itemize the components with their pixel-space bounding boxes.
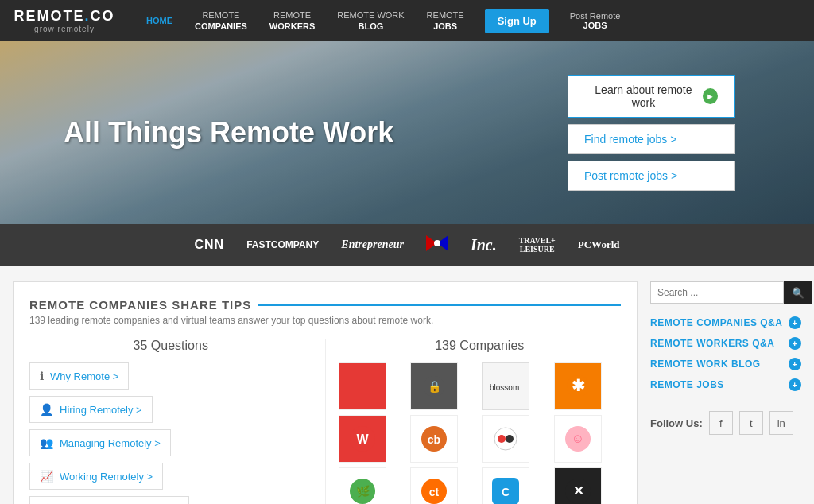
- svg-point-14: [498, 435, 506, 443]
- nav-item-blog[interactable]: Remote Work BLOG: [326, 10, 415, 33]
- sidebar-link-jobs[interactable]: REMOTE JOBS +: [650, 378, 801, 391]
- logo-text: REMOTE.CO: [14, 8, 114, 25]
- question-hiring-remotely[interactable]: 👤 Hiring Remotely >: [29, 396, 153, 423]
- nav-links: HOME Remote COMPANIES Remote WORKERS Rem…: [135, 9, 801, 33]
- company-logo-12[interactable]: ✕: [554, 467, 602, 504]
- right-sidebar: 🔍 REMOTE COMPANIES Q&A + REMOTE WORKERS …: [650, 281, 801, 504]
- follow-label: Follow Us:: [650, 417, 703, 429]
- companies-column: 139 Companies 🔒 blossom: [339, 339, 622, 504]
- company-logo-3[interactable]: blossom: [482, 362, 529, 410]
- left-panel: REMOTE COMPANIES SHARE TIPS 139 leading …: [13, 281, 638, 504]
- nav-item-post-jobs[interactable]: Post Remote JOBS: [559, 11, 632, 30]
- press-cnn: CNN: [195, 238, 225, 252]
- nav-item-jobs[interactable]: Remote JOBS: [416, 10, 475, 33]
- press-travel: TRAVEL+LEISURE: [519, 236, 556, 254]
- post-jobs-button[interactable]: Post remote jobs >: [568, 161, 735, 191]
- sidebar-link-companies-qa[interactable]: REMOTE COMPANIES Q&A +: [650, 316, 801, 329]
- company-logo-2[interactable]: 🔒: [410, 362, 458, 410]
- press-inc: Inc.: [471, 236, 497, 254]
- questions-header: 35 Questions: [29, 339, 312, 353]
- company-logo-6[interactable]: cb: [410, 415, 458, 463]
- company-logo-9[interactable]: 🌿: [339, 467, 386, 504]
- plus-icon: +: [789, 378, 801, 391]
- search-input[interactable]: [650, 281, 784, 304]
- company-logo-5[interactable]: W: [339, 415, 386, 463]
- find-jobs-button[interactable]: Find remote jobs >: [568, 124, 735, 154]
- people-icon: 👥: [40, 436, 53, 449]
- company-logo-7[interactable]: [482, 415, 529, 463]
- company-logo-8[interactable]: ☺: [554, 415, 602, 463]
- linkedin-button[interactable]: in: [769, 411, 793, 435]
- question-why-remote[interactable]: ℹ Why Remote >: [29, 362, 129, 390]
- sidebar-divider: [650, 401, 801, 401]
- nav-item-companies[interactable]: Remote COMPANIES: [184, 10, 258, 33]
- svg-text:✱: ✱: [571, 377, 584, 394]
- logo-tagline: grow remotely: [34, 25, 95, 33]
- company-logo-1[interactable]: [339, 362, 386, 410]
- navbar: REMOTE.CO grow remotely HOME Remote COMP…: [0, 0, 814, 41]
- info-icon: ℹ: [40, 370, 44, 382]
- company-logo-11[interactable]: C: [482, 467, 529, 504]
- facebook-button[interactable]: f: [709, 411, 733, 435]
- questions-column: 35 Questions ℹ Why Remote > 👤 Hiring Rem…: [29, 339, 326, 504]
- question-working-remotely[interactable]: 📈 Working Remotely >: [29, 463, 163, 490]
- search-button[interactable]: 🔍: [784, 281, 812, 304]
- question-managing-remotely[interactable]: 👥 Managing Remotely >: [29, 429, 171, 456]
- nav-item-workers[interactable]: Remote WORKERS: [258, 10, 326, 33]
- hero-section: All Things Remote Work Learn about remot…: [0, 41, 814, 224]
- press-entrepreneur: Entrepreneur: [341, 238, 404, 251]
- hero-buttons: Learn about remote work ► Find remote jo…: [568, 75, 735, 191]
- sidebar-link-workers-qa[interactable]: REMOTE WORKERS Q&A +: [650, 337, 801, 350]
- company-logos-grid: 🔒 blossom ✱: [339, 362, 622, 504]
- svg-rect-3: [351, 374, 374, 398]
- title-line: [258, 304, 621, 306]
- press-bar: CNN FASTCOMPANY Entrepreneur Inc. TRAVEL…: [0, 224, 814, 266]
- svg-text:✕: ✕: [572, 484, 583, 498]
- nav-item-home[interactable]: HOME: [135, 15, 184, 26]
- svg-text:🔒: 🔒: [427, 380, 441, 394]
- person-icon: 👤: [40, 403, 53, 416]
- two-col-layout: 35 Questions ℹ Why Remote > 👤 Hiring Rem…: [29, 339, 621, 504]
- plus-icon: +: [789, 316, 801, 329]
- question-worker-insights[interactable]: 👍 Remote Worker Insights >: [29, 496, 189, 504]
- green-arrow-icon: ►: [703, 88, 718, 104]
- press-fastcompany: FASTCOMPANY: [246, 239, 319, 250]
- follow-row: Follow Us: f t in: [650, 411, 801, 435]
- svg-point-15: [506, 435, 514, 443]
- svg-text:ct: ct: [429, 486, 440, 498]
- svg-text:C: C: [502, 486, 510, 498]
- chart-icon: 📈: [40, 470, 53, 483]
- press-nbc: [426, 235, 448, 254]
- logo-area[interactable]: REMOTE.CO grow remotely: [13, 8, 116, 33]
- companies-header: 139 Companies: [339, 339, 622, 353]
- company-logo-10[interactable]: ct: [410, 467, 458, 504]
- svg-text:🌿: 🌿: [355, 485, 370, 498]
- svg-text:☺: ☺: [571, 432, 583, 445]
- hero-title: All Things Remote Work: [64, 116, 393, 149]
- plus-icon: +: [789, 358, 801, 370]
- svg-text:cb: cb: [428, 433, 440, 446]
- search-bar: 🔍: [650, 281, 801, 304]
- svg-text:W: W: [356, 432, 369, 446]
- section-subtitle: 139 leading remote companies and virtual…: [29, 315, 621, 326]
- svg-point-2: [434, 240, 440, 246]
- svg-text:blossom: blossom: [490, 383, 519, 392]
- plus-icon: +: [789, 337, 801, 350]
- twitter-button[interactable]: t: [739, 411, 763, 435]
- signup-button[interactable]: Sign Up: [485, 9, 549, 33]
- section-title: REMOTE COMPANIES SHARE TIPS: [29, 298, 621, 312]
- main-content: REMOTE COMPANIES SHARE TIPS 139 leading …: [0, 266, 814, 504]
- press-pcworld: PCWorld: [578, 238, 620, 251]
- sidebar-link-work-blog[interactable]: REMOTE WORK BLOG +: [650, 358, 801, 370]
- company-logo-4[interactable]: ✱: [554, 362, 602, 410]
- learn-remote-button[interactable]: Learn about remote work ►: [568, 75, 735, 118]
